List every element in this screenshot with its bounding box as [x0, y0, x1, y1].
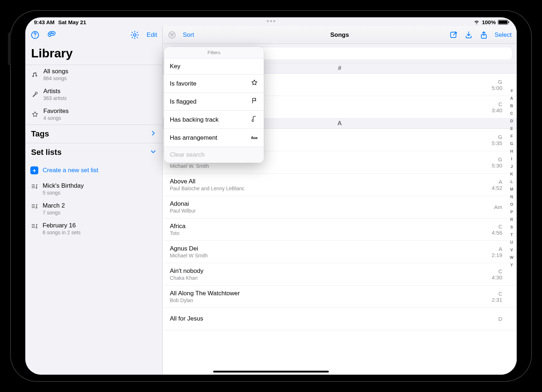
- setlist-icon: [30, 183, 38, 196]
- sidebar-item-sub: 4 songs: [43, 115, 156, 121]
- compose-button[interactable]: [449, 31, 458, 39]
- sidebar-item-favorites[interactable]: Favorites 4 songs: [25, 105, 162, 125]
- theme-button[interactable]: [47, 30, 56, 40]
- svg-point-1: [35, 36, 35, 37]
- sidebar-item-all-songs[interactable]: All songs 864 songs: [25, 65, 162, 85]
- index-letter[interactable]: J: [509, 164, 515, 169]
- song-row[interactable]: All for JesusD: [163, 308, 517, 330]
- index-letter[interactable]: K: [509, 172, 515, 176]
- index-letter[interactable]: N: [509, 195, 515, 199]
- multitask-grabber[interactable]: [267, 20, 275, 22]
- song-key: A: [492, 246, 502, 252]
- filter-arrangement[interactable]: Has arrangement: [164, 129, 264, 147]
- setlists-section[interactable]: Set lists: [25, 143, 162, 161]
- chevron-down-icon: [150, 148, 156, 157]
- filter-favorite[interactable]: Is favorite: [164, 75, 264, 93]
- song-row[interactable]: Agnus DeiMichael W SmithA2:19: [163, 241, 517, 263]
- index-letter[interactable]: S: [509, 225, 515, 229]
- index-letter[interactable]: P: [509, 210, 515, 214]
- index-letter[interactable]: D: [509, 119, 515, 123]
- library-title: Library: [25, 44, 162, 65]
- index-letter[interactable]: E: [509, 126, 515, 131]
- main-toolbar: Sort Songs Select: [163, 26, 517, 44]
- setlist-item[interactable]: February 166 songs in 2 sets: [25, 219, 162, 239]
- setlists-label: Set lists: [31, 148, 61, 157]
- status-date: Sat May 21: [58, 19, 86, 25]
- index-letter[interactable]: #: [509, 88, 515, 93]
- sort-button[interactable]: Sort: [183, 31, 194, 39]
- index-letter[interactable]: C: [509, 111, 515, 116]
- song-key: Am: [494, 204, 503, 210]
- clear-search[interactable]: Clear search: [164, 147, 264, 163]
- index-letter[interactable]: G: [509, 141, 515, 146]
- song-row[interactable]: Ain't nobodyChaka KhanC4:30: [163, 263, 517, 286]
- song-artist: Paul Wilbur: [170, 208, 494, 214]
- index-letter[interactable]: I: [509, 157, 515, 161]
- home-indicator[interactable]: [213, 371, 329, 373]
- setlist-item[interactable]: March 27 songs: [25, 199, 162, 219]
- sidebar: Edit Library All songs 864 songs: [25, 26, 163, 375]
- setlist-item[interactable]: Mick's Birthday5 songs: [25, 179, 162, 199]
- create-setlist-label: Create a new set list: [43, 167, 98, 174]
- song-artist: Michael W Smith: [170, 253, 492, 258]
- setlist-icon: [30, 223, 38, 235]
- index-letter[interactable]: A: [509, 96, 515, 100]
- setlist-icon: [30, 203, 38, 215]
- index-letter[interactable]: L: [509, 179, 515, 184]
- song-title: Above All: [170, 178, 492, 185]
- index-letter[interactable]: M: [509, 187, 515, 191]
- main-pane: Sort Songs Select: [163, 26, 517, 375]
- create-setlist-button[interactable]: + Create a new set list: [25, 161, 162, 179]
- index-letter[interactable]: F: [509, 134, 515, 138]
- index-letter[interactable]: O: [509, 202, 515, 206]
- star-icon: [251, 79, 258, 88]
- battery-icon: [498, 20, 508, 25]
- filter-label: Has arrangement: [170, 134, 217, 141]
- index-letter[interactable]: V: [509, 248, 515, 252]
- index-letter[interactable]: H: [509, 149, 515, 153]
- song-row[interactable]: All Along The WatchtowerBob DylanC2:31: [163, 286, 517, 308]
- song-key: G: [492, 156, 502, 162]
- sidebar-item-artists[interactable]: Artists 363 artists: [25, 85, 162, 105]
- song-duration: 4:30: [492, 274, 502, 280]
- filter-backing-track[interactable]: Has backing track: [164, 111, 264, 129]
- help-button[interactable]: [30, 30, 40, 40]
- song-artist: Chaka Khan: [170, 275, 492, 281]
- index-letter[interactable]: W: [509, 255, 515, 260]
- song-row[interactable]: AfricaTotoC4:56: [163, 218, 517, 241]
- song-duration: 4:56: [492, 230, 502, 236]
- select-button[interactable]: Select: [495, 31, 512, 39]
- song-row[interactable]: AdonaiPaul WilburAm: [163, 196, 517, 218]
- setlist-sub: 7 songs: [43, 210, 65, 215]
- song-key: A: [492, 179, 502, 185]
- song-title: All Along The Watchtower: [170, 290, 492, 297]
- song-row[interactable]: Above AllPaul Baloche and Lenny LeBlancA…: [163, 174, 517, 196]
- filter-flagged[interactable]: Is flagged: [164, 93, 264, 111]
- import-button[interactable]: [464, 31, 473, 39]
- index-bar[interactable]: #ABCDEFGHIJKLMNOPRSTUVWY: [509, 88, 515, 367]
- index-letter[interactable]: U: [509, 240, 515, 244]
- index-letter[interactable]: T: [509, 232, 515, 237]
- setlist-label: March 2: [43, 202, 65, 209]
- sidebar-item-sub: 864 songs: [43, 75, 156, 81]
- music-notes-icon: [31, 71, 39, 78]
- edit-button[interactable]: Edit: [147, 31, 157, 39]
- share-button[interactable]: [479, 31, 488, 39]
- filters-popover: Filters Key Is favorite Is flagged Has b…: [164, 47, 264, 163]
- index-letter[interactable]: R: [509, 217, 515, 222]
- song-title: Agnus Dei: [170, 245, 492, 252]
- index-letter[interactable]: Y: [509, 263, 515, 267]
- svg-point-4: [52, 33, 53, 34]
- setlist-sub: 6 songs in 2 sets: [43, 230, 81, 235]
- plus-icon: +: [30, 166, 38, 174]
- filter-key[interactable]: Key: [164, 58, 264, 75]
- song-title: Africa: [170, 223, 492, 230]
- index-letter[interactable]: B: [509, 104, 515, 108]
- song-key: C: [492, 223, 502, 230]
- song-key: C: [492, 268, 502, 274]
- song-duration: 2:19: [492, 252, 502, 258]
- settings-button[interactable]: [130, 30, 139, 40]
- tags-section[interactable]: Tags: [25, 125, 162, 143]
- song-duration: 5:35: [492, 140, 502, 146]
- filter-button[interactable]: [168, 31, 176, 39]
